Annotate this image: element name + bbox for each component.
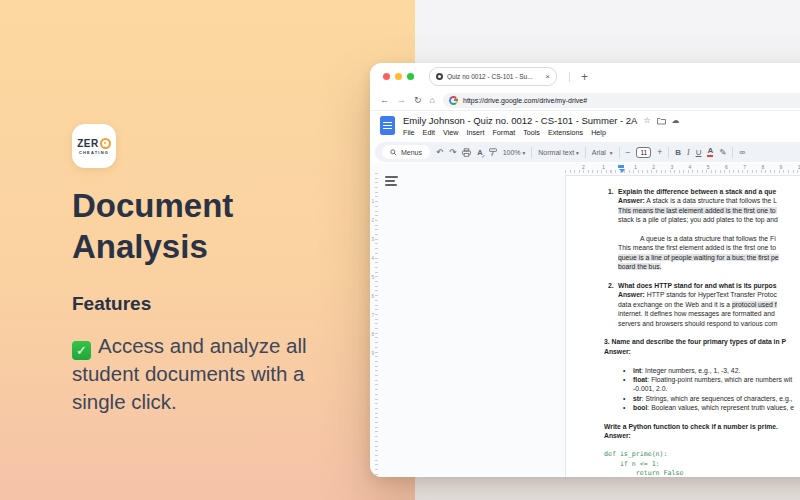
italic-button[interactable]: I [687, 148, 690, 157]
forward-icon[interactable]: → [397, 96, 406, 105]
bold-button[interactable]: B [675, 148, 681, 157]
ruler-indent-marker[interactable] [619, 169, 625, 173]
ruler-number: 2 [582, 164, 585, 170]
reload-icon[interactable]: ↻ [414, 96, 422, 105]
feature-description: ✓Access and analyze all student document… [72, 332, 342, 417]
font-size-field[interactable]: 11 [636, 147, 651, 158]
ruler-number: 4 [371, 256, 374, 261]
features-heading: Features [72, 293, 352, 315]
url-field[interactable]: https://drive.google.com/drive/my-drive# [443, 93, 800, 108]
docs-canvas: 123456789 2112345678910 1.Explain the di… [370, 163, 800, 477]
menu-item-view[interactable]: View [443, 128, 458, 137]
doc-line: def is_prime(n): [604, 450, 800, 459]
doc-line: Answer: [604, 347, 800, 356]
toolbar-divider [585, 147, 586, 158]
cloud-status-icon: ☁ [672, 117, 680, 125]
doc-line: This means the last element added is the… [604, 206, 800, 215]
doc-line: Answer: A stack is a data structure that… [604, 196, 800, 205]
doc-blank-line [604, 272, 800, 281]
doc-line: 1.Explain the difference between a stack… [604, 187, 800, 196]
menu-item-edit[interactable]: Edit [423, 128, 435, 137]
insert-link-icon[interactable]: ∞ [739, 148, 745, 157]
toolbar-divider [531, 147, 532, 158]
doc-blank-line [604, 413, 800, 422]
new-tab-button[interactable]: + [581, 71, 588, 83]
doc-line: data exchange on the Web and it is a pro… [604, 300, 800, 309]
doc-line: 2.What does HTTP stand for and what is i… [604, 281, 800, 290]
doc-blank-line [604, 225, 800, 234]
decrease-font-size-button[interactable]: − [626, 148, 631, 157]
doc-line: return False [604, 469, 800, 477]
doc-line: •str: Strings, which are sequences of ch… [604, 394, 800, 403]
doc-line: stack is a pile of plates; you add plate… [604, 215, 800, 224]
browser-address-bar: ← → ↻ ⌂ https://drive.google.com/drive/m… [370, 90, 800, 111]
ruler-indent-marker[interactable] [618, 165, 624, 168]
menu-item-help[interactable]: Help [591, 128, 606, 137]
back-icon[interactable]: ← [380, 96, 389, 105]
zoom-window-button[interactable] [407, 73, 414, 80]
tab-close-icon[interactable]: × [545, 73, 550, 81]
ruler-number: 7 [371, 313, 374, 318]
browser-window: Quiz no 0012 - CS-101 - Su... × + ← → ↻ … [370, 63, 800, 477]
zero-cheating-logo: ZER CHEATING [72, 124, 116, 168]
underline-button[interactable]: U [696, 148, 702, 157]
menu-item-extensions[interactable]: Extensions [548, 128, 583, 137]
doc-line: Answer: [604, 431, 800, 440]
menu-item-tools[interactable]: Tools [523, 128, 540, 137]
ruler-number: 6 [371, 294, 374, 299]
docs-menubar: FileEditViewInsertFormatToolsExtensionsH… [403, 128, 680, 137]
document-title[interactable]: Emily Johnson - Quiz no. 0012 - CS-101 -… [403, 115, 637, 126]
chevron-down-icon: ▾ [610, 150, 613, 156]
highlight-pen-icon[interactable]: ✎ [719, 148, 726, 157]
marketing-panel: ZER CHEATING Document Analysis Features … [72, 124, 352, 416]
move-folder-icon[interactable] [657, 117, 666, 125]
traffic-lights [383, 73, 414, 80]
doc-blank-line [604, 356, 800, 365]
doc-blank-line [604, 441, 800, 450]
minimize-window-button[interactable] [395, 73, 402, 80]
toolbar-divider [619, 147, 620, 158]
doc-line: •bool: Boolean values, which represent t… [604, 403, 800, 412]
doc-line: internet. It defines how messages are fo… [604, 309, 800, 318]
vertical-ruler: 123456789 [370, 173, 378, 477]
eye-icon [100, 138, 111, 149]
browser-tab[interactable]: Quiz no 0012 - CS-101 - Su... × [429, 67, 557, 86]
menu-item-format[interactable]: Format [492, 128, 515, 137]
doc-line: -0.001, 2.0. [604, 384, 800, 393]
ruler-number: 7 [743, 164, 746, 170]
document-page[interactable]: 1.Explain the difference between a stack… [565, 175, 800, 477]
paint-format-icon[interactable] [489, 148, 497, 157]
docs-toolbar: Menus ↶ ↷ A✓ 100% ▾ Normal text ▾ Arial … [375, 142, 800, 162]
google-docs-icon [380, 116, 395, 135]
star-icon[interactable]: ☆ [643, 117, 650, 125]
paragraph-style-select[interactable]: Normal text ▾ [538, 149, 579, 156]
increase-font-size-button[interactable]: + [657, 148, 662, 157]
tab-title: Quiz no 0012 - CS-101 - Su... [447, 73, 541, 80]
menu-item-file[interactable]: File [403, 128, 415, 137]
doc-line: servers and browsers should respond to v… [604, 319, 800, 328]
menus-search-button[interactable]: Menus [382, 145, 430, 159]
document-outline-icon[interactable] [385, 176, 398, 186]
doc-line: if n <= 1: [604, 460, 800, 469]
menus-label: Menus [401, 149, 422, 156]
print-icon[interactable] [462, 148, 471, 157]
tab-divider [569, 72, 570, 82]
chevron-down-icon: ▾ [576, 150, 579, 156]
doc-line: A queue is a data structure that follows… [604, 234, 800, 243]
page-title: Document Analysis [72, 186, 312, 268]
close-window-button[interactable] [383, 73, 390, 80]
toolbar-divider [668, 147, 669, 158]
check-icon: ✓ [72, 341, 91, 360]
redo-icon[interactable]: ↷ [449, 148, 456, 157]
font-select[interactable]: Arial ▾ [592, 149, 613, 156]
ruler-number: 9 [780, 164, 783, 170]
home-icon[interactable]: ⌂ [430, 96, 435, 105]
zoom-select[interactable]: 100% ▾ [503, 149, 526, 156]
ruler-number: 1 [634, 164, 637, 170]
doc-line: queue is a line of people waiting for a … [604, 253, 800, 262]
spellcheck-icon[interactable]: A✓ [477, 148, 482, 157]
undo-icon[interactable]: ↶ [436, 148, 443, 157]
doc-lines: 1.Explain the difference between a stack… [604, 187, 800, 477]
text-color-button[interactable]: A [707, 147, 713, 157]
menu-item-insert[interactable]: Insert [466, 128, 484, 137]
